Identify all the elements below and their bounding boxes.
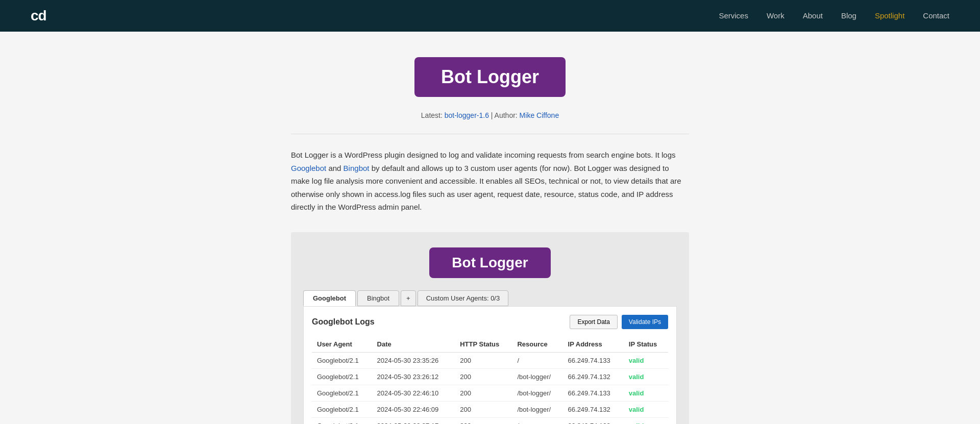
cell-resource: /bot-logger/ <box>512 401 562 417</box>
desc-part2: and <box>326 164 343 172</box>
inner-badge: Bot Logger <box>303 247 677 278</box>
table-row: Googlebot/2.1 2024-05-30 23:35:26 200 / … <box>312 352 668 368</box>
cell-ip-status: valid <box>624 352 668 368</box>
cell-http-status: 200 <box>455 385 512 401</box>
nav-contact[interactable]: Contact <box>923 11 949 20</box>
description: Bot Logger is a WordPress plugin designe… <box>291 148 689 214</box>
tab-add[interactable]: + <box>401 290 416 306</box>
author-label: Author: <box>495 111 518 119</box>
table-head: User Agent Date HTTP Status Resource IP … <box>312 336 668 353</box>
col-resource: Resource <box>512 336 562 353</box>
col-ip-address: IP Address <box>563 336 624 353</box>
latest-link[interactable]: bot-logger-1.6 <box>445 111 489 119</box>
cell-date: 2024-05-30 23:26:12 <box>372 368 455 385</box>
cell-ip-address: 66.249.74.133 <box>563 385 624 401</box>
cell-ip-address: 66.249.74.133 <box>563 417 624 424</box>
table-title: Googlebot Logs <box>312 317 375 327</box>
nav-blog[interactable]: Blog <box>841 11 856 20</box>
export-button[interactable]: Export Data <box>570 315 617 329</box>
nav-services[interactable]: Services <box>719 11 748 20</box>
hero-title: Bot Logger <box>414 57 566 97</box>
cell-user-agent: Googlebot/2.1 <box>312 368 372 385</box>
nav-work[interactable]: Work <box>767 11 785 20</box>
col-http-status: HTTP Status <box>455 336 512 353</box>
meta-separator: | <box>491 111 495 119</box>
cell-ip-address: 66.249.74.132 <box>563 401 624 417</box>
cell-ip-status: valid <box>624 401 668 417</box>
tab-custom-agents[interactable]: Custom User Agents: 0/3 <box>418 290 509 306</box>
tabs-row: Googlebot Bingbot + Custom User Agents: … <box>303 290 677 306</box>
cell-date: 2024-05-30 23:35:26 <box>372 352 455 368</box>
col-user-agent: User Agent <box>312 336 372 353</box>
cell-date: 2024-05-30 22:46:09 <box>372 401 455 417</box>
latest-label: Latest: <box>421 111 443 119</box>
bingbot-link[interactable]: Bingbot <box>344 164 370 172</box>
table-row: Googlebot/2.1 2024-05-30 22:37:17 200 / … <box>312 417 668 424</box>
cell-ip-address: 66.249.74.133 <box>563 352 624 368</box>
cell-resource: /bot-logger/ <box>512 385 562 401</box>
page-content: Bot Logger Latest: bot-logger-1.6 | Auth… <box>281 32 699 424</box>
tab-bingbot[interactable]: Bingbot <box>357 290 399 306</box>
cell-ip-address: 66.249.74.132 <box>563 368 624 385</box>
col-ip-status: IP Status <box>624 336 668 353</box>
cell-user-agent: Googlebot/2.1 <box>312 385 372 401</box>
table-row: Googlebot/2.1 2024-05-30 23:26:12 200 /b… <box>312 368 668 385</box>
googlebot-link[interactable]: Googlebot <box>291 164 326 172</box>
hero-badge: Bot Logger <box>291 57 689 97</box>
col-date: Date <box>372 336 455 353</box>
site-logo[interactable]: cd <box>31 8 46 24</box>
table-actions: Export Data Validate IPs <box>570 315 668 329</box>
screenshot-box: Bot Logger Googlebot Bingbot + Custom Us… <box>291 232 689 425</box>
validate-button[interactable]: Validate IPs <box>622 315 668 329</box>
tab-googlebot[interactable]: Googlebot <box>303 290 356 306</box>
cell-resource: / <box>512 352 562 368</box>
cell-user-agent: Googlebot/2.1 <box>312 417 372 424</box>
table-body: Googlebot/2.1 2024-05-30 23:35:26 200 / … <box>312 352 668 424</box>
cell-ip-status: valid <box>624 385 668 401</box>
cell-http-status: 200 <box>455 401 512 417</box>
cell-date: 2024-05-30 22:46:10 <box>372 385 455 401</box>
divider <box>291 134 689 134</box>
cell-http-status: 200 <box>455 352 512 368</box>
cell-date: 2024-05-30 22:37:17 <box>372 417 455 424</box>
navbar: cd Services Work About Blog Spotlight Co… <box>0 0 980 32</box>
cell-user-agent: Googlebot/2.1 <box>312 352 372 368</box>
inner-title: Bot Logger <box>429 247 550 278</box>
meta-line: Latest: bot-logger-1.6 | Author: Mike Ci… <box>291 111 689 119</box>
cell-resource: / <box>512 417 562 424</box>
cell-ip-status: valid <box>624 368 668 385</box>
table-header-row-el: User Agent Date HTTP Status Resource IP … <box>312 336 668 353</box>
table-header-row: Googlebot Logs Export Data Validate IPs <box>312 315 668 329</box>
table-section: Googlebot Logs Export Data Validate IPs … <box>303 306 677 425</box>
desc-part1: Bot Logger is a WordPress plugin designe… <box>291 151 676 159</box>
table-row: Googlebot/2.1 2024-05-30 22:46:09 200 /b… <box>312 401 668 417</box>
cell-ip-status: valid <box>624 417 668 424</box>
cell-user-agent: Googlebot/2.1 <box>312 401 372 417</box>
nav-spotlight[interactable]: Spotlight <box>875 11 904 20</box>
cell-http-status: 200 <box>455 417 512 424</box>
nav-links: Services Work About Blog Spotlight Conta… <box>719 11 949 20</box>
author-link[interactable]: Mike Ciffone <box>520 111 559 119</box>
cell-resource: /bot-logger/ <box>512 368 562 385</box>
logs-table: User Agent Date HTTP Status Resource IP … <box>312 336 668 425</box>
cell-http-status: 200 <box>455 368 512 385</box>
table-row: Googlebot/2.1 2024-05-30 22:46:10 200 /b… <box>312 385 668 401</box>
nav-about[interactable]: About <box>803 11 823 20</box>
